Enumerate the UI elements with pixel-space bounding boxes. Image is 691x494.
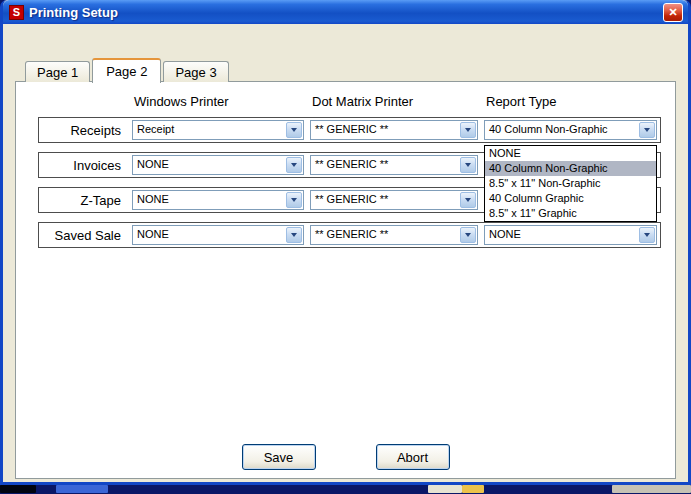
abort-button[interactable]: Abort [376,444,450,470]
invoices-dot-matrix-select[interactable]: ** GENERIC ** [310,155,478,175]
taskbar-fragment [56,485,108,493]
dropdown-option[interactable]: 8.5" x 11" Non-Graphic [485,176,656,191]
combo-value: NONE [489,228,521,240]
close-button[interactable]: ✕ [663,3,683,22]
receipts-report-type-select[interactable]: 40 Column Non-Graphic [484,120,657,140]
dropdown-arrow-icon[interactable] [286,192,302,208]
tab-page-content: Windows Printer Dot Matrix Printer Repor… [15,81,676,479]
taskbar-fragment [428,485,462,493]
tab-page-1[interactable]: Page 1 [25,61,90,82]
ztape-windows-printer-select[interactable]: NONE [132,190,304,210]
savedsale-row: Saved Sale NONE ** GENERIC ** NONE [38,222,661,248]
dropdown-arrow-icon[interactable] [286,227,302,243]
taskbar-fragment [0,485,36,493]
report-type-dropdown-list: NONE 40 Column Non-Graphic 8.5" x 11" No… [484,145,657,222]
title-bar[interactable]: S Printing Setup ✕ [3,0,688,24]
dropdown-option[interactable]: 40 Column Graphic [485,191,656,206]
row-label-invoices: Invoices [42,158,126,173]
combo-value: ** GENERIC ** [315,228,388,240]
dialog-body: Page 1 Page 2 Page 3 Windows Printer Dot… [3,24,688,482]
dropdown-arrow-icon[interactable] [460,227,476,243]
column-header-windows-printer: Windows Printer [132,94,304,109]
dropdown-arrow-icon[interactable] [639,122,655,138]
combo-value: ** GENERIC ** [315,123,388,135]
combo-value: NONE [137,158,169,170]
dropdown-arrow-icon[interactable] [639,227,655,243]
row-label-savedsale: Saved Sale [42,228,126,243]
save-button[interactable]: Save [242,444,316,470]
dropdown-option[interactable]: 8.5" x 11" Graphic [485,206,656,221]
tab-page-3[interactable]: Page 3 [163,61,228,82]
column-headers: Windows Printer Dot Matrix Printer Repor… [38,94,661,109]
receipts-windows-printer-select[interactable]: Receipt [132,120,304,140]
dropdown-arrow-icon[interactable] [286,122,302,138]
row-label-ztape: Z-Tape [42,193,126,208]
combo-value: Receipt [137,123,174,135]
column-header-report-type: Report Type [484,94,657,109]
combo-value: ** GENERIC ** [315,158,388,170]
column-header-dot-matrix: Dot Matrix Printer [310,94,478,109]
savedsale-windows-printer-select[interactable]: NONE [132,225,304,245]
close-icon: ✕ [668,6,677,18]
dropdown-arrow-icon[interactable] [286,157,302,173]
button-row: Save Abort [16,444,675,470]
receipts-row: Receipts Receipt ** GENERIC ** 40 Column… [38,117,661,143]
dropdown-arrow-icon[interactable] [460,122,476,138]
app-icon: S [9,5,24,20]
ztape-dot-matrix-select[interactable]: ** GENERIC ** [310,190,478,210]
tab-strip: Page 1 Page 2 Page 3 [15,58,676,82]
combo-value: NONE [137,228,169,240]
combo-value: NONE [137,193,169,205]
dropdown-arrow-icon[interactable] [460,157,476,173]
savedsale-report-type-select[interactable]: NONE [484,225,657,245]
taskbar-fragment [462,485,484,493]
printing-setup-window: S Printing Setup ✕ Page 1 Page 2 Page 3 … [0,0,691,485]
invoices-windows-printer-select[interactable]: NONE [132,155,304,175]
taskbar-fragment [612,485,691,493]
dropdown-option-selected[interactable]: 40 Column Non-Graphic [485,161,656,176]
desktop-taskbar-strip [0,484,691,494]
window-title: Printing Setup [29,5,663,20]
receipts-dot-matrix-select[interactable]: ** GENERIC ** [310,120,478,140]
tab-page-2[interactable]: Page 2 [92,58,161,83]
row-label-receipts: Receipts [42,123,126,138]
combo-value: ** GENERIC ** [315,193,388,205]
combo-value: 40 Column Non-Graphic [489,123,608,135]
dropdown-option[interactable]: NONE [485,146,656,161]
savedsale-dot-matrix-select[interactable]: ** GENERIC ** [310,225,478,245]
dropdown-arrow-icon[interactable] [460,192,476,208]
